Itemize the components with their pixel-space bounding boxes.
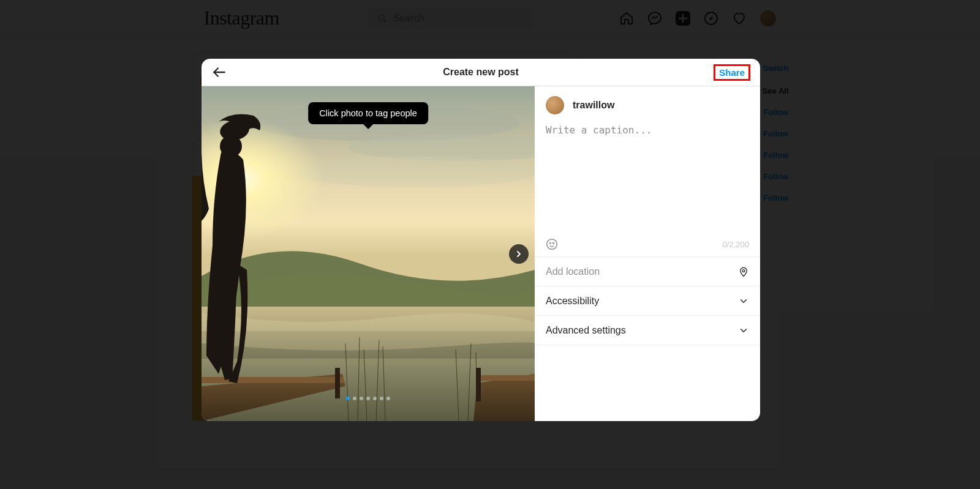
next-image-button[interactable] — [509, 244, 529, 264]
back-button[interactable] — [211, 64, 227, 80]
carousel-dots — [346, 397, 390, 400]
carousel-dot[interactable] — [366, 397, 370, 400]
accessibility-label: Accessibility — [546, 296, 599, 307]
carousel-dot[interactable] — [360, 397, 363, 400]
svg-point-27 — [547, 239, 557, 250]
char-counter: 0/2,200 — [723, 240, 749, 249]
svg-rect-24 — [476, 368, 481, 401]
svg-point-29 — [553, 243, 554, 244]
modal-title: Create new post — [443, 67, 519, 78]
location-pin-icon — [738, 266, 749, 277]
advanced-settings-row[interactable]: Advanced settings — [535, 316, 760, 345]
add-location-row[interactable]: Add location — [535, 257, 760, 286]
chevron-down-icon — [738, 325, 749, 336]
svg-rect-23 — [476, 375, 535, 381]
svg-point-30 — [742, 269, 745, 272]
svg-point-28 — [550, 243, 551, 244]
location-label: Add location — [546, 266, 600, 277]
accessibility-row[interactable]: Accessibility — [535, 286, 760, 316]
caption-input[interactable] — [546, 124, 749, 147]
carousel-dot[interactable] — [373, 397, 377, 400]
emoji-icon[interactable] — [546, 238, 558, 250]
svg-rect-22 — [335, 368, 340, 398]
chevron-down-icon — [738, 296, 749, 307]
svg-rect-21 — [202, 377, 344, 383]
post-image-preview[interactable]: Click photo to tag people — [202, 86, 535, 421]
tag-tooltip: Click photo to tag people — [308, 102, 428, 124]
carousel-dot[interactable] — [346, 397, 350, 400]
post-details-panel: trawillow 0/2,200 Add location Accessibi… — [535, 86, 760, 421]
advanced-label: Advanced settings — [546, 325, 626, 336]
chevron-right-icon — [514, 249, 524, 259]
carousel-dot[interactable] — [353, 397, 356, 400]
author-username[interactable]: trawillow — [573, 100, 614, 111]
carousel-dot[interactable] — [386, 397, 390, 400]
modal-header: Create new post Share — [202, 59, 760, 86]
author-row: trawillow — [535, 86, 760, 124]
arrow-left-icon — [211, 64, 227, 80]
author-avatar[interactable] — [546, 96, 564, 114]
share-button[interactable]: Share — [714, 64, 750, 81]
create-post-modal: Create new post Share — [202, 59, 760, 421]
carousel-dot[interactable] — [380, 397, 383, 400]
